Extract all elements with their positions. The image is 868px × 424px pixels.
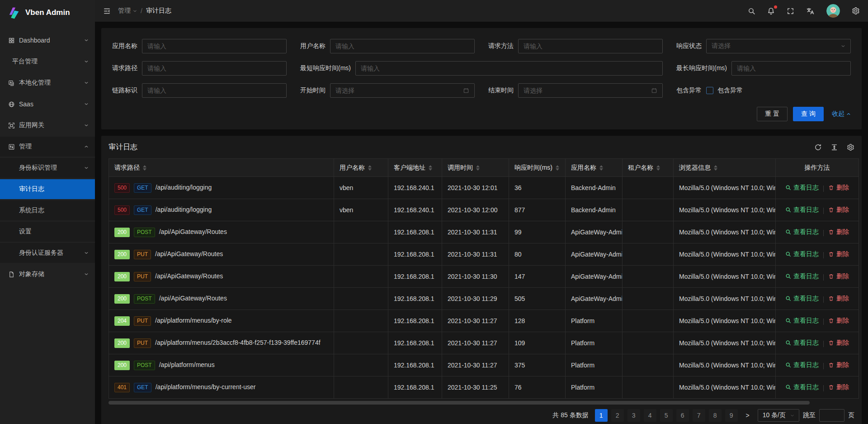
view-log-button[interactable]: 查看日志 — [785, 206, 819, 214]
sidebar-item-saas[interactable]: Saas — [0, 94, 95, 114]
column-header[interactable]: 响应时间(ms) — [509, 159, 566, 177]
method-badge: POST — [134, 228, 155, 237]
start-time-input[interactable] — [335, 87, 463, 94]
page-button-5[interactable]: 5 — [660, 409, 673, 422]
response-status-select[interactable]: 请选择 — [706, 39, 851, 53]
column-header[interactable]: 调用时间 — [442, 159, 509, 177]
start-time-picker[interactable] — [330, 83, 475, 98]
sidebar-item-dashboard[interactable]: Dashboard — [0, 30, 95, 50]
delete-button[interactable]: 删除 — [828, 228, 849, 236]
column-header[interactable]: 应用名称 — [566, 159, 623, 177]
action-divider — [823, 208, 824, 214]
view-log-button[interactable]: 查看日志 — [785, 228, 819, 236]
sidebar-item-auth-server[interactable]: 身份认证服务器 — [0, 243, 95, 263]
next-page-button[interactable]: > — [741, 409, 754, 422]
client-ip-cell: 192.168.208.1 — [388, 376, 442, 399]
breadcrumb-parent[interactable]: 管理 — [118, 7, 137, 15]
min-response-time-input[interactable] — [361, 65, 657, 72]
jump-page-input[interactable] — [819, 409, 844, 422]
app-name-cell: Platform — [566, 332, 623, 354]
sidebar-menu: Dashboard平台管理本地化管理Saas应用网关管理身份标识管理审计日志系统… — [0, 25, 95, 424]
delete-button[interactable]: 删除 — [828, 383, 849, 391]
delete-button[interactable]: 删除 — [828, 250, 849, 258]
page-button-2[interactable]: 2 — [611, 409, 624, 422]
page-button-1[interactable]: 1 — [595, 409, 608, 422]
search-icon[interactable] — [748, 7, 755, 15]
sort-icon[interactable] — [599, 165, 603, 171]
fullscreen-icon[interactable] — [787, 7, 794, 15]
column-header[interactable]: 租户名称 — [623, 159, 674, 177]
page-button-8[interactable]: 8 — [709, 409, 722, 422]
sidebar-item-gateway[interactable]: 应用网关 — [0, 115, 95, 135]
sidebar-item-platform[interactable]: 平台管理 — [0, 52, 95, 71]
sort-icon[interactable] — [714, 165, 717, 171]
reset-button[interactable]: 重 置 — [757, 107, 788, 121]
audit-log-panel: 审计日志 — [101, 136, 862, 424]
column-header[interactable]: 用户名称 — [334, 159, 388, 177]
column-header[interactable]: 请求路径 — [109, 159, 334, 177]
view-log-button[interactable]: 查看日志 — [785, 383, 819, 391]
page-size-select[interactable]: 10 条/页 — [758, 409, 799, 422]
sidebar-item-manage[interactable]: 管理 — [0, 137, 95, 157]
client-ip-cell: 192.168.208.1 — [388, 243, 442, 266]
page-button-4[interactable]: 4 — [644, 409, 656, 422]
delete-button[interactable]: 删除 — [828, 339, 849, 347]
horizontal-scrollbar[interactable] — [108, 401, 854, 405]
delete-button[interactable]: 删除 — [828, 361, 849, 369]
trace-id-input[interactable] — [147, 87, 281, 94]
menu-fold-icon[interactable] — [103, 7, 111, 15]
sidebar-item-identity[interactable]: 身份标识管理 — [0, 158, 95, 178]
page-button-6[interactable]: 6 — [676, 409, 689, 422]
notification-bell-icon[interactable] — [767, 7, 775, 15]
delete-button[interactable]: 删除 — [828, 317, 849, 325]
sort-icon[interactable] — [656, 165, 660, 171]
table-settings-gear-icon[interactable] — [847, 143, 854, 151]
settings-gear-icon[interactable] — [852, 7, 860, 15]
sort-icon[interactable] — [368, 165, 372, 171]
sidebar-item-system-log[interactable]: 系统日志 — [0, 200, 95, 220]
table-header-row: 请求路径用户名称客户端地址调用时间响应时间(ms)应用名称租户名称浏览器信息操作… — [109, 159, 859, 177]
delete-button[interactable]: 删除 — [828, 184, 849, 192]
tenant-cell — [623, 332, 674, 354]
end-time-picker[interactable] — [518, 83, 663, 98]
column-header[interactable]: 客户端地址 — [388, 159, 442, 177]
view-log-button[interactable]: 查看日志 — [785, 317, 819, 325]
column-height-icon[interactable] — [830, 143, 838, 151]
view-log-button[interactable]: 查看日志 — [785, 250, 819, 258]
delete-button[interactable]: 删除 — [828, 295, 849, 303]
http-method-input[interactable] — [524, 43, 657, 50]
column-header[interactable]: 浏览器信息 — [674, 159, 776, 177]
view-log-button[interactable]: 查看日志 — [785, 295, 819, 303]
page-button-7[interactable]: 7 — [693, 409, 705, 422]
view-log-button[interactable]: 查看日志 — [785, 361, 819, 369]
sidebar-item-object-storage[interactable]: 对象存储 — [0, 264, 95, 284]
collapse-toggle[interactable]: 收起 — [832, 110, 851, 118]
user-avatar[interactable] — [826, 4, 840, 18]
view-log-button[interactable]: 查看日志 — [785, 184, 819, 192]
query-button[interactable]: 查 询 — [793, 107, 824, 121]
view-log-button[interactable]: 查看日志 — [785, 272, 819, 281]
sort-icon[interactable] — [429, 165, 432, 171]
end-time-input[interactable] — [524, 87, 651, 94]
sidebar-item-localization[interactable]: 本地化管理 — [0, 73, 95, 93]
delete-button[interactable]: 删除 — [828, 206, 849, 214]
scrollbar-thumb[interactable] — [108, 401, 810, 405]
delete-button[interactable]: 删除 — [828, 272, 849, 281]
request-path-input[interactable] — [147, 65, 281, 72]
sidebar-item-settings[interactable]: 设置 — [0, 222, 95, 242]
view-log-button[interactable]: 查看日志 — [785, 339, 819, 347]
sort-icon[interactable] — [143, 165, 146, 171]
refresh-icon[interactable] — [814, 143, 822, 151]
translate-icon[interactable] — [806, 7, 815, 15]
sort-icon[interactable] — [476, 165, 480, 171]
sidebar-item-audit-log[interactable]: 审计日志 — [0, 179, 95, 199]
app-logo[interactable]: Vben Admin — [0, 0, 95, 25]
sort-icon[interactable] — [556, 165, 559, 171]
page-button-9[interactable]: 9 — [725, 409, 738, 422]
column-label: 浏览器信息 — [679, 164, 711, 172]
app-name-input[interactable] — [147, 43, 281, 50]
max-response-time-input[interactable] — [737, 65, 845, 72]
page-button-3[interactable]: 3 — [627, 409, 640, 422]
include-exception-checkbox[interactable] — [706, 87, 713, 94]
user-name-input[interactable] — [335, 43, 469, 50]
